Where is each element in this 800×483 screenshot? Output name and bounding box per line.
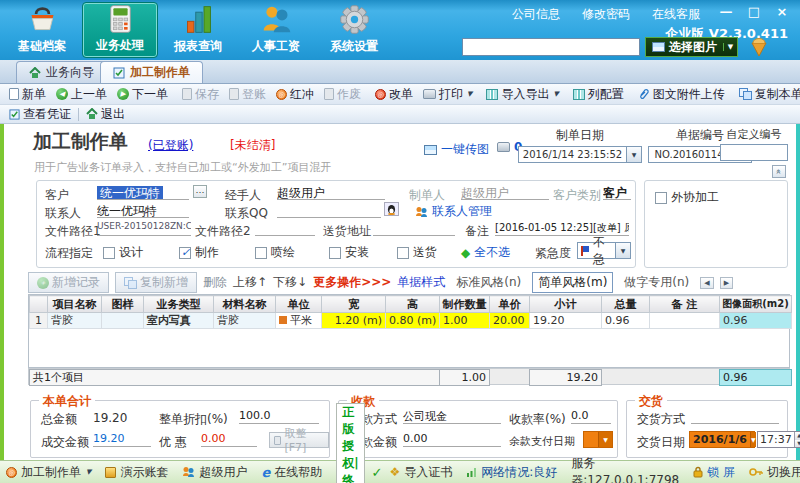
status-online-help[interactable]: e在线帮助 [261, 464, 322, 481]
tab-business-wizard[interactable]: 业务向导 [16, 61, 107, 83]
column-config-button[interactable]: 列配置 [568, 86, 629, 103]
handler-value[interactable]: 超级用户 [277, 185, 385, 200]
tab-production-order[interactable]: 加工制作单 [100, 61, 203, 83]
file-path1-value[interactable]: USER-20150128ZN:C:\ [97, 221, 191, 236]
nav-item-basic-files[interactable]: 基础档案 [4, 2, 80, 58]
unit-cell[interactable]: 平米 [276, 313, 322, 329]
delivery-method-value[interactable] [691, 409, 779, 424]
modify-order-button[interactable]: ◎改单 [370, 86, 418, 103]
remark-cell[interactable] [650, 313, 720, 329]
maximize-button[interactable]: □ [746, 4, 762, 19]
chevron-down-icon[interactable]: ▼ [750, 432, 756, 447]
save-button[interactable]: 保存 [177, 86, 224, 103]
checkbox-install[interactable]: 安装 [329, 244, 369, 261]
select-none-link[interactable]: ◆全不选 [461, 244, 510, 261]
nav-item-reports[interactable]: 报表查询 [160, 2, 236, 58]
status-lock-screen[interactable]: 锁 屏 [693, 464, 735, 481]
payment-method-value[interactable]: 公司现金 [403, 409, 501, 424]
project-name-cell[interactable]: 背胶 [48, 313, 102, 329]
status-switch-user[interactable]: 切换用户 [749, 464, 800, 481]
select-image-dropdown[interactable]: ▼ [723, 43, 737, 51]
checkbox-delivery[interactable]: 送货 [397, 244, 437, 261]
scroll-left-button[interactable]: ◀ [700, 277, 713, 289]
chevron-down-icon[interactable]: ▼ [598, 432, 612, 447]
close-button[interactable]: × [774, 4, 790, 19]
checkbox-outsource[interactable]: 外协加工 [655, 189, 719, 206]
payment-amount-value[interactable]: 0.00 [403, 432, 501, 447]
checkbox-production[interactable]: 制作 [179, 244, 219, 261]
void-button[interactable]: 作废 [319, 86, 366, 103]
width-cell[interactable]: 1.20 (m) [322, 313, 386, 329]
style-tab-simple[interactable]: 简单风格(m) [532, 272, 613, 293]
nav-item-hr-payroll[interactable]: 人事工资 [238, 2, 314, 58]
posted-status-link[interactable]: (已登账) [148, 137, 193, 154]
balance-due-date-combobox[interactable]: ▼ [583, 431, 613, 448]
change-password-link[interactable]: 修改密码 [582, 6, 630, 23]
deal-amount-value[interactable]: 19.20 [93, 432, 151, 447]
order-date-combobox[interactable]: 2016/1/14 23:15:52▼ [518, 146, 642, 163]
customer-value[interactable]: 统一优玛特 [97, 185, 189, 200]
minimize-button[interactable]: — [718, 4, 734, 19]
qq-button[interactable] [384, 202, 399, 216]
unit-price-cell[interactable]: 20.00 [490, 313, 530, 329]
custom-number-input[interactable] [720, 144, 788, 161]
file-path2-value[interactable] [255, 221, 315, 236]
round-button[interactable]: 取整[F7] [269, 432, 329, 448]
scroll-right-button[interactable]: ▶ [720, 277, 733, 289]
delete-button[interactable]: 删除 [203, 274, 227, 291]
payment-rate-value[interactable]: 0.0 [571, 409, 611, 424]
nav-item-settings[interactable]: 系统设置 [316, 2, 392, 58]
delivery-date-combobox[interactable]: 2016/1/6▼ [689, 431, 755, 448]
height-cell[interactable]: 0.80 (m) [386, 313, 440, 329]
collapse-button[interactable]: » [772, 165, 786, 178]
subtotal-cell[interactable]: 19.20 [530, 313, 602, 329]
send-image-link[interactable]: 一键传图 [424, 141, 489, 158]
customer-browse-button[interactable]: … [193, 185, 207, 198]
spin-down-icon[interactable]: ▼ [795, 440, 800, 448]
online-support-link[interactable]: 在线客服 [652, 6, 700, 23]
copy-order-button[interactable]: 复制本单 [734, 86, 800, 103]
checkbox-design[interactable]: 设计 [103, 244, 143, 261]
company-info-link[interactable]: 公司信息 [512, 6, 560, 23]
select-image-button[interactable]: 选择图片 ▼ [645, 37, 738, 57]
status-import-cert[interactable]: ❖导入证书 [390, 464, 453, 481]
add-record-button[interactable]: ＋新增记录 [28, 272, 109, 293]
delivery-time-spinner[interactable]: 17:37▲▼ [757, 431, 800, 448]
total-cell[interactable]: 0.96 [602, 313, 650, 329]
checkbox-inkjet[interactable]: 喷绘 [255, 244, 295, 261]
doc-style-button[interactable]: 单据样式 [397, 274, 445, 291]
new-order-button[interactable]: 新单 [4, 86, 51, 103]
print-button[interactable]: 打印▼ [418, 86, 477, 103]
qq-value[interactable] [277, 203, 381, 218]
discount-off-value[interactable]: 0.00 [201, 432, 257, 447]
nav-item-business[interactable]: 业务处理 [82, 2, 158, 58]
post-account-button[interactable]: 登账 [224, 86, 271, 103]
contact-manager-link[interactable]: 联系人管理 [415, 203, 492, 220]
attachment-upload-button[interactable]: 图文附件上传 [633, 86, 730, 103]
chevron-down-icon[interactable]: ▼ [615, 243, 630, 258]
style-tab-lettering[interactable]: 做字专用(n) [619, 273, 694, 292]
chevron-down-icon[interactable]: ▼ [626, 147, 641, 162]
move-up-button[interactable]: 上移↑ [233, 274, 267, 291]
status-demo-account[interactable]: 演示账套 [105, 464, 168, 481]
pattern-cell[interactable] [102, 313, 144, 329]
business-type-cell[interactable]: 室内写真 [144, 313, 214, 329]
material-cell[interactable]: 背胶 [214, 313, 276, 329]
prev-order-button[interactable]: ◀上一单 [51, 86, 112, 103]
exit-button[interactable]: 退出 [81, 106, 130, 123]
view-voucher-button[interactable]: 查看凭证 [4, 106, 76, 123]
contact-value[interactable]: 统一优玛特 [97, 203, 189, 218]
image-path-input[interactable] [462, 38, 640, 56]
more-operations-button[interactable]: 更多操作>>> [313, 274, 391, 291]
quantity-cell[interactable]: 1.00 [440, 313, 490, 329]
next-order-button[interactable]: ▶下一单 [112, 86, 173, 103]
status-doc-menu[interactable]: ◎加工制作单▼ [6, 464, 91, 481]
style-tab-standard[interactable]: 标准风格(n) [451, 273, 526, 292]
discount-value[interactable]: 100.0 [239, 409, 319, 424]
spin-up-icon[interactable]: ▲ [795, 432, 800, 440]
status-current-user[interactable]: 超级用户 [182, 464, 247, 481]
delivery-address-value[interactable] [373, 221, 455, 236]
copy-add-button[interactable]: 复制新增 [115, 272, 197, 293]
urgency-combobox[interactable]: 不急▼ [577, 242, 631, 259]
red-flush-button[interactable]: ◎红冲 [271, 86, 319, 103]
